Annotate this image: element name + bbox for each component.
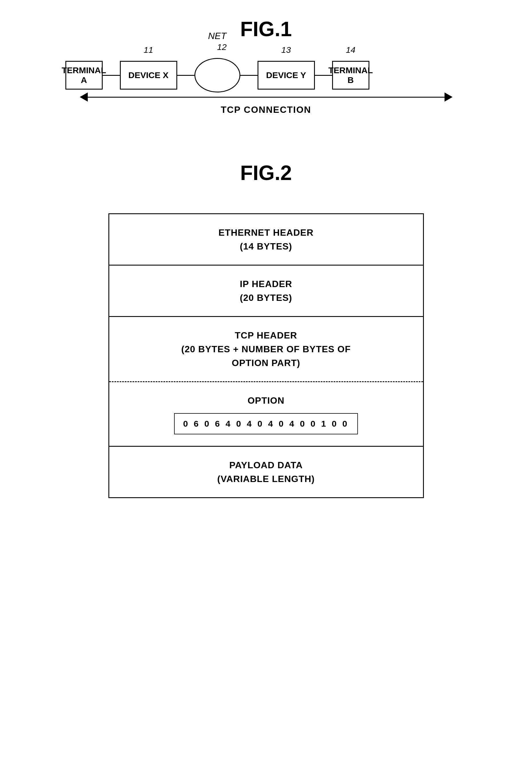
net-ref-label: 12 xyxy=(217,42,227,52)
device-y-box: DEVICE Y xyxy=(258,61,315,89)
ip-header-label: IP HEADER (20 BYTES) xyxy=(240,277,292,305)
tcp-line3: OPTION PART) xyxy=(232,358,300,368)
tcp-line1: TCP HEADER xyxy=(235,330,297,341)
ethernet-header-label: ETHERNET HEADER (14 BYTES) xyxy=(219,226,313,253)
fig2-section: FIG.2 ETHERNET HEADER (14 BYTES) IP HEAD… xyxy=(29,161,503,498)
arrow-line xyxy=(88,97,445,98)
arrow-right-head xyxy=(445,92,453,102)
terminal-b-label: TERMINALB xyxy=(328,65,373,85)
device-y-label: DEVICE Y xyxy=(266,70,306,80)
option-values-box: 0 6 0 6 4 0 4 0 4 0 4 0 0 1 0 0 xyxy=(174,413,358,434)
network-diagram: TERMINALA 11 DEVICE X 12 NET 13 DEVICE Y xyxy=(65,58,467,92)
net-wrapper: 12 NET xyxy=(194,58,240,92)
device-y-wrapper: 13 DEVICE Y xyxy=(258,61,315,89)
device-x-box: DEVICE X xyxy=(120,61,177,89)
ethernet-header-row: ETHERNET HEADER (14 BYTES) xyxy=(109,214,423,266)
tcp-label: TCP CONNECTION xyxy=(221,104,311,115)
fig2-title: FIG.2 xyxy=(240,161,292,184)
line-2 xyxy=(177,75,194,76)
tcp-line2: (20 BYTES + NUMBER OF BYTES OF xyxy=(181,344,351,354)
terminal-a-wrapper: TERMINALA xyxy=(65,61,103,89)
payload-line2: (VARIABLE LENGTH) xyxy=(217,474,315,484)
eth-line1: ETHERNET HEADER xyxy=(219,228,313,238)
ip-line2: (20 BYTES) xyxy=(240,293,292,303)
eth-line2: (14 BYTES) xyxy=(240,241,292,252)
payload-line1: PAYLOAD DATA xyxy=(229,460,303,470)
packet-diagram: ETHERNET HEADER (14 BYTES) IP HEADER (20… xyxy=(108,213,424,498)
ip-header-row: IP HEADER (20 BYTES) xyxy=(109,266,423,317)
option-title: OPTION xyxy=(248,395,284,406)
tcp-header-label: TCP HEADER (20 BYTES + NUMBER OF BYTES O… xyxy=(181,328,351,370)
fig1-section: FIG.1 TERMINALA 11 DEVICE X 12 NET xyxy=(29,17,503,126)
terminal-b-ref: 14 xyxy=(346,45,355,55)
device-x-ref: 11 xyxy=(144,45,153,55)
net-label: NET xyxy=(208,31,227,41)
net-ellipse xyxy=(194,58,240,92)
line-3 xyxy=(240,75,258,76)
payload-label: PAYLOAD DATA (VARIABLE LENGTH) xyxy=(217,458,315,486)
device-x-wrapper: 11 DEVICE X xyxy=(120,61,177,89)
payload-row: PAYLOAD DATA (VARIABLE LENGTH) xyxy=(109,447,423,497)
device-y-ref: 13 xyxy=(281,45,291,55)
tcp-header-row: TCP HEADER (20 BYTES + NUMBER OF BYTES O… xyxy=(109,317,423,382)
terminal-a-label: TERMINALA xyxy=(62,65,106,85)
tcp-arrow-container: TCP CONNECTION xyxy=(65,92,467,115)
fig1-title: FIG.1 xyxy=(240,17,292,41)
option-values: 0 6 0 6 4 0 4 0 4 0 4 0 0 1 0 0 xyxy=(183,419,349,428)
arrow-left-head xyxy=(80,92,88,102)
ip-line1: IP HEADER xyxy=(240,279,292,289)
terminal-a-box: TERMINALA xyxy=(65,61,103,89)
tcp-arrow xyxy=(80,92,453,102)
terminal-b-box: TERMINALB xyxy=(332,61,369,89)
terminal-b-wrapper: 14 TERMINALB xyxy=(332,61,369,89)
option-label: OPTION xyxy=(248,394,284,407)
option-row: OPTION 0 6 0 6 4 0 4 0 4 0 4 0 0 1 0 0 xyxy=(109,382,423,447)
device-x-label: DEVICE X xyxy=(128,70,168,80)
